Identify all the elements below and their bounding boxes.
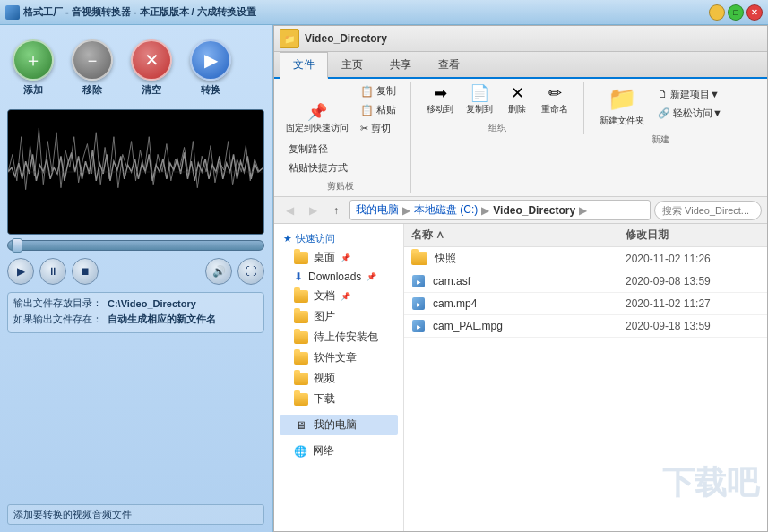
- move-to-button[interactable]: ➡ 移动到: [422, 82, 458, 118]
- output-dir-label: 输出文件存放目录：: [13, 296, 102, 310]
- volume-button[interactable]: 🔊: [205, 258, 232, 285]
- nav-item-pictures[interactable]: 图片: [280, 306, 398, 327]
- header-name[interactable]: 名称 ∧: [411, 227, 626, 243]
- table-row[interactable]: cam.asf 2020-09-08 13:59: [404, 270, 767, 293]
- software-articles-folder-icon: [294, 352, 308, 365]
- network-section: 🌐 网络: [274, 438, 403, 464]
- move-label: 移动到: [427, 103, 453, 116]
- new-folder-button[interactable]: 📁 新建文件夹: [595, 82, 649, 130]
- output-exist-value: 自动生成相应的新文件名: [108, 313, 216, 326]
- new-item-button[interactable]: 🗋 新建项目▼: [654, 86, 726, 103]
- breadcrumb-sep-1: ▶: [402, 204, 410, 217]
- media-icon: [411, 296, 426, 311]
- app-icon: [5, 5, 20, 20]
- breadcrumb-mypc[interactable]: 我的电脑: [356, 202, 399, 218]
- nav-item-uploads[interactable]: 待上传安装包: [280, 327, 398, 348]
- restore-button[interactable]: □: [728, 4, 744, 21]
- software-articles-label: 软件文章: [314, 350, 357, 365]
- desktop-pin-icon: 📌: [341, 253, 350, 262]
- title-bar: 格式工厂 - 音视频转换器 - 本正版版本 / 六成转换设置 ─ □ ✕: [0, 0, 768, 25]
- nav-item-mypc[interactable]: 🖥 我的电脑: [280, 415, 398, 435]
- file-name-col: cam.mp4: [411, 296, 626, 311]
- tab-file[interactable]: 文件: [280, 52, 328, 79]
- nav-item-downloads[interactable]: ⬇ Downloads 📌: [280, 268, 398, 286]
- table-row[interactable]: cam_PAL.mpg 2020-09-18 13:59: [404, 315, 767, 338]
- add-button[interactable]: ＋ 添加: [7, 36, 59, 100]
- up-button[interactable]: ↑: [326, 201, 346, 220]
- copy-to-label: 复制到: [466, 103, 493, 116]
- clear-button[interactable]: ✕ 清空: [125, 36, 177, 100]
- remove-button[interactable]: － 移除: [66, 36, 118, 100]
- left-panel: ＋ 添加 － 移除 ✕ 清空 ▶ 转换 //: [0, 25, 273, 532]
- convert-icon: ▶: [190, 39, 231, 81]
- copy-to-button[interactable]: 📄 复制到: [462, 82, 497, 118]
- progress-bar[interactable]: [7, 240, 264, 251]
- toolbar: ＋ 添加 － 移除 ✕ 清空 ▶ 转换: [7, 32, 264, 104]
- tab-share[interactable]: 共享: [376, 52, 425, 79]
- pictures-label: 图片: [314, 309, 335, 324]
- ribbon-organize-items: ➡ 移动到 📄 复制到 ✕ 删除 ✏ 重命名: [422, 82, 573, 118]
- output-info: 输出文件存放目录： C:\Video_Directory 如果输出文件存在： 自…: [7, 292, 264, 333]
- copy-button[interactable]: 📋 复制: [357, 82, 400, 99]
- table-row[interactable]: cam.mp4 2020-11-02 11:27: [404, 293, 767, 315]
- downloads-label: Downloads: [308, 270, 361, 283]
- network-icon: 🌐: [294, 445, 307, 458]
- play-button[interactable]: ▶: [7, 258, 34, 285]
- tab-view[interactable]: 查看: [425, 52, 473, 79]
- cut-label: ✂ 剪切: [360, 122, 391, 135]
- header-date[interactable]: 修改日期: [626, 227, 760, 243]
- file-name: cam.mp4: [433, 297, 477, 310]
- minimize-button[interactable]: ─: [709, 4, 725, 21]
- paste-shortcut-button[interactable]: 粘贴快捷方式: [285, 159, 351, 176]
- new-folder-label: 新建文件夹: [600, 115, 644, 127]
- nav-item-download2[interactable]: 下载: [280, 389, 398, 409]
- media-icon: [411, 274, 426, 288]
- delete-button[interactable]: ✕ 删除: [501, 82, 533, 118]
- file-name: cam_PAL.mpg: [433, 320, 503, 332]
- nav-item-documents[interactable]: 文档 📌: [280, 286, 398, 306]
- folder-icon: [411, 252, 427, 265]
- waveform-display: // Generate waveform lines inline via SV…: [8, 110, 263, 234]
- quick-access-section: ★ 快速访问 桌面 📌 ⬇ Downloads 📌: [274, 227, 403, 412]
- cut-button[interactable]: ✂ 剪切: [357, 120, 400, 137]
- copy-path-button[interactable]: 复制路径: [285, 141, 351, 158]
- pin-to-quick-access-button[interactable]: 📌 固定到快速访问: [281, 101, 353, 137]
- pause-button[interactable]: ⏸: [39, 258, 66, 285]
- nav-item-software-articles[interactable]: 软件文章: [280, 348, 398, 368]
- ribbon-clipboard-items: 📌 固定到快速访问 📋 复制 📋 粘贴 ✂ 剪切: [281, 82, 400, 137]
- convert-label: 转换: [201, 83, 220, 97]
- mypc-label: 我的电脑: [314, 417, 357, 433]
- nav-item-network[interactable]: 🌐 网络: [280, 441, 398, 461]
- search-input[interactable]: [654, 201, 762, 220]
- pin-label: 固定到快速访问: [286, 122, 349, 134]
- ribbon-group-clipboard: 📌 固定到快速访问 📋 复制 📋 粘贴 ✂ 剪切: [281, 82, 411, 193]
- star-icon: ★: [283, 233, 292, 245]
- paste-button[interactable]: 📋 粘贴: [357, 101, 400, 118]
- playback-left-controls: ▶ ⏸ ⏹: [7, 258, 99, 285]
- quick-access-header[interactable]: ★ 快速访问: [280, 230, 398, 247]
- easy-access-button[interactable]: 🔗 轻松访问▼: [654, 105, 726, 122]
- tab-home[interactable]: 主页: [328, 52, 376, 79]
- documents-folder-icon: [294, 290, 308, 303]
- pin-icon: 📌: [307, 104, 327, 120]
- right-panel: 📁 Video_Directory 文件 主页 共享 查看 📌 固定到快速访问: [273, 25, 768, 532]
- file-name: cam.asf: [433, 275, 470, 287]
- stop-button[interactable]: ⏹: [72, 258, 99, 285]
- playback-controls: ▶ ⏸ ⏹ 🔊 ⛶: [7, 256, 264, 287]
- fullscreen-button[interactable]: ⛶: [237, 258, 264, 285]
- close-button[interactable]: ✕: [746, 4, 763, 21]
- convert-button[interactable]: ▶ 转换: [185, 36, 237, 100]
- ribbon-group-new: 📁 新建文件夹 🗋 新建项目▼ 🔗 轻松访问▼ 新建: [595, 82, 737, 146]
- title-bar-controls: ─ □ ✕: [709, 4, 763, 21]
- file-name: 快照: [435, 251, 456, 266]
- title-text: 格式工厂 - 音视频转换器 - 本正版版本 / 六成转换设置: [23, 5, 256, 19]
- forward-button[interactable]: ▶: [303, 201, 323, 220]
- rename-button[interactable]: ✏ 重命名: [537, 82, 573, 118]
- table-row[interactable]: 快照 2020-11-02 11:26: [404, 247, 767, 270]
- nav-item-videos[interactable]: 视频: [280, 368, 398, 389]
- back-button[interactable]: ◀: [280, 201, 299, 220]
- file-date: 2020-09-08 13:59: [626, 275, 760, 287]
- breadcrumb-drive[interactable]: 本地磁盘 (C:): [414, 202, 478, 218]
- breadcrumb-sep-2: ▶: [481, 204, 489, 217]
- nav-item-desktop[interactable]: 桌面 📌: [280, 247, 398, 268]
